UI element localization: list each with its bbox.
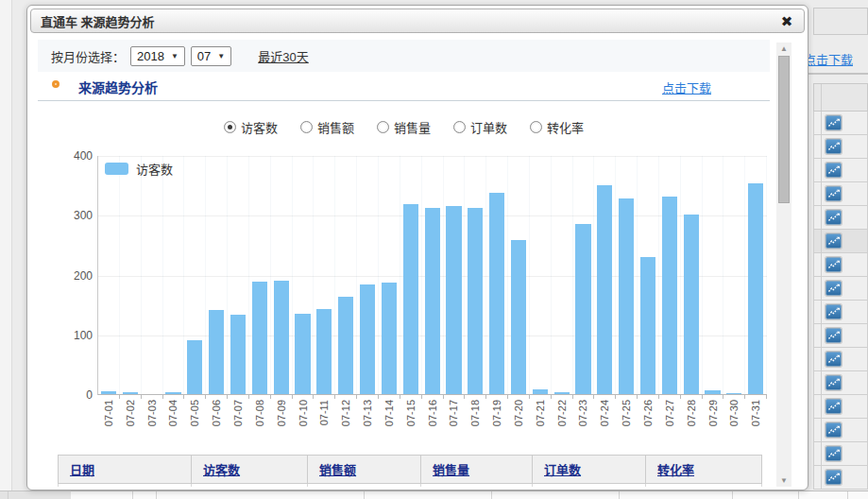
- dialog-scrollbar[interactable]: ▲ ▼: [776, 43, 791, 487]
- metric-label: 销售量: [394, 118, 431, 136]
- background-table-row: [813, 206, 868, 230]
- bar-slot-07-20: 07-20: [508, 156, 530, 394]
- x-axis-tick-label: 07-09: [276, 400, 287, 426]
- bar[interactable]: [597, 185, 612, 394]
- bar[interactable]: [101, 391, 116, 394]
- metric-radio-3[interactable]: 销售量: [377, 118, 431, 136]
- bar[interactable]: [187, 340, 202, 394]
- bar-slot-07-11: 07-11: [314, 156, 335, 394]
- table-header-link[interactable]: 销售额: [319, 463, 356, 477]
- year-select[interactable]: 2018 ▼: [130, 46, 185, 66]
- trend-chart-icon[interactable]: [825, 470, 842, 485]
- scroll-up-icon[interactable]: ▲: [776, 43, 791, 55]
- trend-chart-icon[interactable]: [825, 422, 842, 438]
- trend-chart-icon[interactable]: [825, 163, 842, 178]
- bar[interactable]: [209, 310, 224, 394]
- radio-selected-icon[interactable]: [224, 121, 236, 133]
- dialog-title: 直通车 来源趋势分析: [41, 12, 155, 30]
- background-table-row: [813, 371, 868, 395]
- bar[interactable]: [619, 198, 634, 394]
- bar[interactable]: [684, 215, 699, 394]
- radio-icon[interactable]: [453, 121, 466, 133]
- recent-30-days-link[interactable]: 最近30天: [258, 47, 308, 65]
- bar-slot-07-07: 07-07: [228, 156, 249, 394]
- download-link[interactable]: 点击下载: [662, 78, 711, 96]
- scrollbar-thumb[interactable]: [778, 56, 790, 203]
- bar[interactable]: [662, 197, 677, 394]
- background-table-row: [813, 324, 868, 348]
- trend-chart-icon[interactable]: [825, 281, 842, 296]
- metric-radio-5[interactable]: 转化率: [530, 118, 584, 136]
- background-bottom-row: [71, 490, 868, 499]
- trend-chart-icon[interactable]: [825, 304, 842, 319]
- table-header-link[interactable]: 订单数: [544, 463, 581, 477]
- bar[interactable]: [252, 282, 267, 394]
- table-empty-cell: [533, 484, 646, 488]
- background-table-row: [813, 466, 868, 490]
- bar[interactable]: [511, 240, 526, 394]
- bar[interactable]: [274, 281, 289, 394]
- bar[interactable]: [446, 206, 461, 394]
- background-table-row: [813, 159, 868, 182]
- x-axis-tick-label: 07-25: [621, 400, 632, 426]
- trend-chart-icon[interactable]: [825, 446, 842, 461]
- table-empty-cell: [192, 484, 308, 488]
- bar[interactable]: [489, 193, 504, 394]
- trend-chart-icon[interactable]: [825, 210, 842, 225]
- bar[interactable]: [316, 309, 332, 394]
- chart-legend[interactable]: 访客数: [105, 160, 173, 178]
- bar[interactable]: [425, 208, 440, 394]
- bar[interactable]: [468, 208, 483, 394]
- radio-icon[interactable]: [300, 121, 313, 133]
- bar-slot-07-27: 07-27: [659, 156, 681, 394]
- x-axis-tick-label: 07-16: [427, 400, 438, 426]
- trend-chart-icon[interactable]: [825, 328, 842, 343]
- x-axis-tick-label: 07-22: [556, 400, 568, 426]
- trend-chart-icon[interactable]: [825, 115, 842, 130]
- x-axis-tick-label: 07-08: [254, 400, 265, 426]
- background-divider: [801, 73, 868, 75]
- bar[interactable]: [165, 392, 180, 394]
- bar[interactable]: [230, 315, 246, 394]
- bar[interactable]: [123, 392, 138, 394]
- dialog-titlebar[interactable]: 直通车 来源趋势分析 ✖: [30, 9, 805, 33]
- scroll-down-icon[interactable]: ▼: [776, 474, 791, 487]
- radio-icon[interactable]: [377, 121, 389, 133]
- bar-slot-07-25: 07-25: [616, 156, 638, 394]
- bar-slot-07-31: 07-31: [745, 156, 767, 394]
- table-header-link[interactable]: 访客数: [203, 463, 240, 477]
- bar[interactable]: [554, 392, 570, 394]
- bar[interactable]: [726, 393, 741, 394]
- radio-icon[interactable]: [530, 121, 542, 133]
- close-icon[interactable]: ✖: [777, 12, 796, 31]
- bar-slot-07-22: 07-22: [552, 156, 573, 394]
- bar[interactable]: [533, 389, 548, 394]
- month-select[interactable]: 07 ▼: [191, 46, 231, 66]
- trend-chart-icon[interactable]: [825, 139, 842, 154]
- metric-radio-1[interactable]: 访客数: [224, 118, 278, 136]
- bar-slot-07-12: 07-12: [335, 156, 357, 394]
- bar[interactable]: [382, 283, 397, 394]
- bar[interactable]: [748, 183, 763, 394]
- trend-chart-icon[interactable]: [825, 399, 842, 414]
- bar[interactable]: [360, 284, 375, 394]
- trend-chart-icon[interactable]: [825, 257, 842, 272]
- table-header-link[interactable]: 转化率: [657, 463, 694, 477]
- trend-chart-icon[interactable]: [825, 233, 842, 249]
- metric-radio-2[interactable]: 销售额: [300, 118, 354, 136]
- metric-radio-4[interactable]: 订单数: [453, 118, 507, 136]
- bar[interactable]: [575, 224, 590, 394]
- table-header-link[interactable]: 销售量: [433, 463, 469, 477]
- bar[interactable]: [403, 204, 418, 394]
- chevron-down-icon: ▼: [171, 52, 179, 60]
- bar[interactable]: [338, 297, 353, 394]
- trend-chart-icon[interactable]: [825, 352, 842, 367]
- bar[interactable]: [640, 257, 655, 394]
- trend-chart-icon[interactable]: [825, 186, 842, 201]
- table-header-link[interactable]: 日期: [70, 463, 94, 477]
- background-download-link[interactable]: 点击下载: [804, 50, 853, 68]
- bar[interactable]: [295, 314, 310, 394]
- bar[interactable]: [705, 390, 720, 394]
- trend-chart-icon[interactable]: [825, 375, 842, 390]
- section-title: 来源趋势分析: [78, 77, 158, 96]
